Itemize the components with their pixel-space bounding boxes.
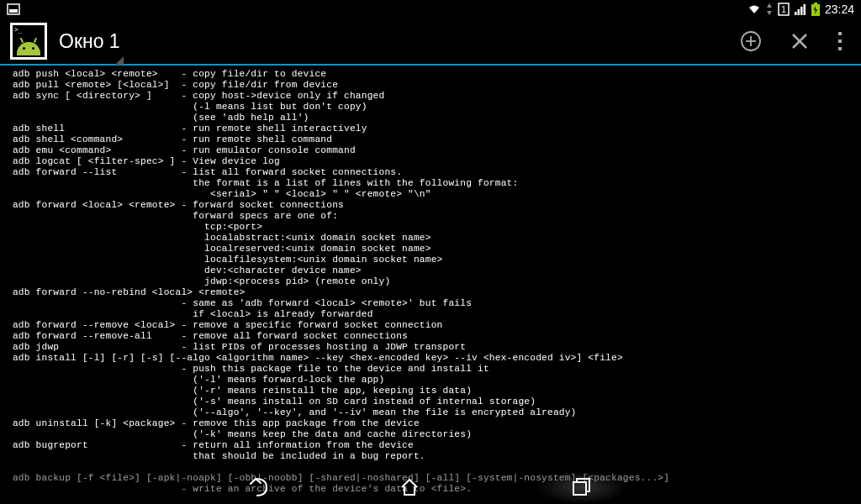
add-window-button[interactable] xyxy=(740,30,762,52)
svg-rect-18 xyxy=(573,482,586,495)
status-time: 23:24 xyxy=(825,3,854,16)
svg-rect-6 xyxy=(800,7,803,15)
svg-rect-15 xyxy=(838,32,842,35)
close-window-button[interactable] xyxy=(790,32,809,50)
title-bar: >_ Окно 1 xyxy=(0,18,861,64)
window-tab-label: Окно 1 xyxy=(59,30,120,52)
svg-rect-9 xyxy=(814,3,817,4)
svg-rect-16 xyxy=(838,39,842,43)
battery-charging-icon xyxy=(811,3,820,16)
back-button[interactable] xyxy=(233,470,283,504)
updown-icon xyxy=(766,3,773,15)
overflow-menu-button[interactable] xyxy=(837,31,843,51)
sim-icon: 1 xyxy=(778,3,790,16)
wifi-icon xyxy=(747,3,761,15)
navigation-bar xyxy=(0,470,861,504)
window-tab[interactable]: Окно 1 xyxy=(59,30,120,53)
terminal-text: adb push <local> <remote> - copy file/di… xyxy=(7,69,669,494)
app-icon[interactable]: >_ xyxy=(10,23,47,60)
dropdown-indicator-icon xyxy=(115,56,124,65)
svg-rect-4 xyxy=(795,12,797,15)
svg-rect-1 xyxy=(9,9,18,13)
status-bar: 1 23:24 xyxy=(0,0,861,18)
terminal-output[interactable]: adb push <local> <remote> - copy file/di… xyxy=(0,66,861,498)
svg-rect-17 xyxy=(838,47,842,50)
recent-apps-button[interactable] xyxy=(536,470,628,504)
signal-icon xyxy=(795,3,806,15)
svg-rect-5 xyxy=(797,9,800,15)
svg-rect-7 xyxy=(803,4,806,15)
svg-text:1: 1 xyxy=(781,5,786,14)
home-button[interactable] xyxy=(384,470,435,504)
screenshot-notification-icon xyxy=(7,3,20,15)
